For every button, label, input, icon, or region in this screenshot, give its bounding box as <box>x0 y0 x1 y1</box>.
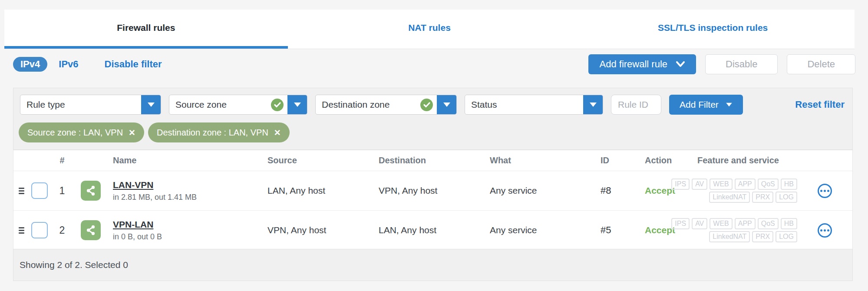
add-filter-button[interactable]: Add Filter <box>669 95 743 115</box>
share-rule-icon <box>81 220 101 240</box>
caret-down-icon <box>443 103 450 107</box>
active-filter-chips: Source zone : LAN, VPN ✕ Destination zon… <box>13 115 852 142</box>
row-checkbox[interactable] <box>31 222 48 238</box>
row-more-actions-button[interactable] <box>818 223 832 238</box>
tab-nat-rules[interactable]: NAT rules <box>288 10 571 49</box>
rule-name-link[interactable]: VPN-LAN <box>113 219 153 230</box>
status-dropdown-button[interactable] <box>583 95 603 114</box>
filter-chip-source-zone: Source zone : LAN, VPN ✕ <box>19 122 144 142</box>
table-header-row: # Name Source Destination What ID Action… <box>13 150 852 171</box>
firewall-rules-page: Firewall rules NAT rules SSL/TLS inspect… <box>0 0 868 291</box>
source-zone-select[interactable]: Source zone <box>169 95 307 115</box>
rule-type-select[interactable]: Rule type <box>20 95 161 115</box>
feature-badge: PRX <box>752 231 773 242</box>
header-source: Source <box>267 155 379 165</box>
filter-row: Rule type Source zone Destination zone S… <box>13 88 852 115</box>
tab-bar: Firewall rules NAT rules SSL/TLS inspect… <box>4 10 855 49</box>
filter-chip-destination-zone: Destination zone : LAN, VPN ✕ <box>148 122 290 142</box>
drag-handle-icon[interactable] <box>17 186 26 196</box>
destination-zone-select[interactable]: Destination zone <box>315 95 457 115</box>
ipv4-toggle[interactable]: IPv4 <box>13 57 47 72</box>
feature-badge: LOG <box>776 192 797 203</box>
header-name: Name <box>107 155 267 165</box>
header-id: ID <box>601 155 641 165</box>
tab-ssl-tls-inspection-rules[interactable]: SSL/TLS inspection rules <box>571 10 855 49</box>
status-select-label: Status <box>465 99 583 110</box>
header-destination: Destination <box>379 155 490 165</box>
row-more-actions-button[interactable] <box>818 184 832 198</box>
rule-id-input[interactable] <box>611 95 661 115</box>
rule-source: VPN, Any host <box>267 225 379 235</box>
feature-badge: APP <box>735 179 756 190</box>
row-checkbox[interactable] <box>31 182 48 199</box>
check-circle-icon <box>271 99 284 111</box>
table-summary: Showing 2 of 2. Selected 0 <box>20 260 128 270</box>
source-zone-select-label: Source zone <box>169 99 271 110</box>
firewall-rules-table: # Name Source Destination What ID Action… <box>13 150 853 250</box>
feature-badge: QoS <box>758 218 779 229</box>
remove-chip-icon[interactable]: ✕ <box>129 129 135 137</box>
destination-zone-dropdown-button[interactable] <box>437 95 456 114</box>
caret-down-icon <box>148 103 155 107</box>
feature-badge: PRX <box>752 192 773 203</box>
add-firewall-rule-button[interactable]: Add firewall rule <box>588 54 696 74</box>
rule-name-link[interactable]: LAN-VPN <box>113 180 153 190</box>
feature-badge: APP <box>735 218 756 229</box>
rule-what: Any service <box>490 225 601 235</box>
feature-badge: AV <box>692 218 707 229</box>
rule-type-dropdown-button[interactable] <box>141 95 161 114</box>
destination-zone-select-label: Destination zone <box>316 99 420 110</box>
check-circle-icon <box>420 99 433 111</box>
add-firewall-rule-label: Add firewall rule <box>600 59 668 70</box>
rule-source: LAN, Any host <box>267 185 379 196</box>
filter-chip-label: Source zone : LAN, VPN <box>27 128 123 138</box>
feature-badge: HB <box>781 218 797 229</box>
row-number: 2 <box>50 225 74 236</box>
status-select[interactable]: Status <box>465 95 603 115</box>
feature-badge: LinkedNAT <box>709 192 750 203</box>
table-row: 1 LAN-VPN in 2.81 MB, out 1.41 MB LAN, A… <box>13 171 852 211</box>
delete-button[interactable]: Delete <box>787 54 855 74</box>
feature-badges: IPS AV WEB APP QoS HB LinkedNAT PRX LOG <box>697 179 797 203</box>
source-zone-dropdown-button[interactable] <box>287 95 307 114</box>
header-what: What <box>490 155 601 165</box>
feature-badges: IPS AV WEB APP QoS HB LinkedNAT PRX LOG <box>697 218 797 242</box>
rule-traffic-stats: in 2.81 MB, out 1.41 MB <box>113 193 267 202</box>
toolbar: IPv4 IPv6 Disable filter Add firewall ru… <box>13 54 855 75</box>
row-number: 1 <box>50 185 74 197</box>
rule-type-select-label: Rule type <box>20 99 141 110</box>
caret-down-icon <box>590 103 597 107</box>
rule-id: #5 <box>601 225 641 236</box>
caret-down-icon <box>294 103 301 107</box>
rule-what: Any service <box>490 185 601 196</box>
drag-handle-icon[interactable] <box>17 225 26 235</box>
feature-badge: WEB <box>710 218 732 229</box>
table-footer: Showing 2 of 2. Selected 0 <box>13 249 853 281</box>
tab-firewall-rules[interactable]: Firewall rules <box>4 10 288 49</box>
filter-panel: Rule type Source zone Destination zone S… <box>13 88 853 150</box>
feature-badge: LOG <box>776 231 797 242</box>
feature-badge: IPS <box>671 179 690 190</box>
feature-badge: HB <box>781 179 797 190</box>
feature-badge: WEB <box>710 179 732 190</box>
reset-filter-link[interactable]: Reset filter <box>795 99 846 110</box>
filter-chip-label: Destination zone : LAN, VPN <box>157 128 268 138</box>
feature-badge: QoS <box>758 179 779 190</box>
feature-badge: AV <box>692 179 707 190</box>
add-filter-label: Add Filter <box>680 99 719 110</box>
feature-badge: LinkedNAT <box>709 231 750 242</box>
share-rule-icon <box>81 181 101 201</box>
rule-destination: LAN, Any host <box>379 225 490 235</box>
toolbar-actions: Add firewall rule Disable Delete <box>588 54 855 74</box>
ipv6-toggle[interactable]: IPv6 <box>59 59 78 70</box>
rule-traffic-stats: in 0 B, out 0 B <box>113 232 267 241</box>
remove-chip-icon[interactable]: ✕ <box>274 129 281 137</box>
disable-button[interactable]: Disable <box>705 54 778 74</box>
header-action: Action <box>641 155 697 165</box>
header-number: # <box>50 155 74 165</box>
caret-down-icon <box>726 103 732 107</box>
disable-filter-link[interactable]: Disable filter <box>105 59 162 70</box>
rule-id: #8 <box>601 185 641 196</box>
rule-destination: VPN, Any host <box>379 185 490 196</box>
feature-badge: IPS <box>671 218 690 229</box>
